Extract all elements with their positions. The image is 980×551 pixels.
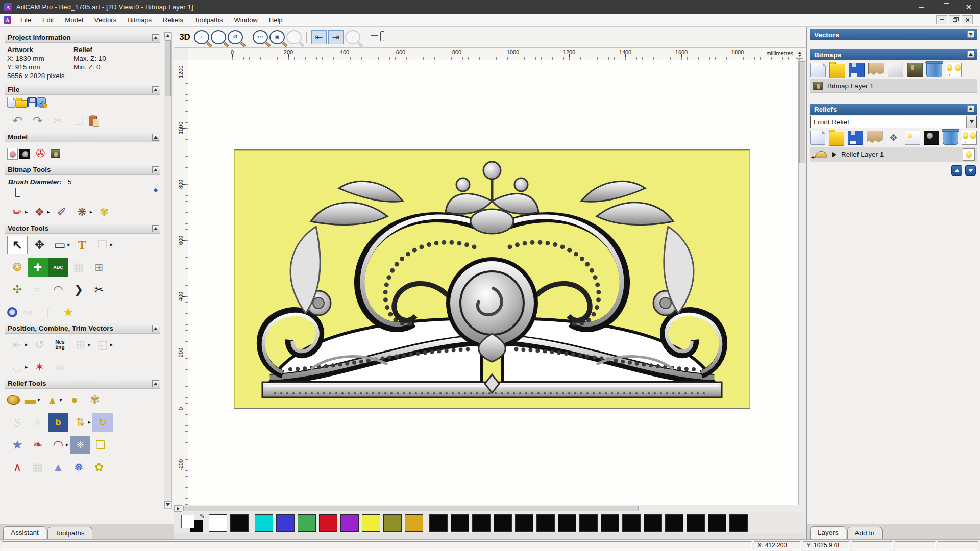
rollup-button[interactable]	[152, 225, 159, 232]
scroll-up-button[interactable]	[164, 32, 172, 39]
invert-relief-button[interactable]: ✾	[85, 391, 105, 409]
view-3d-button[interactable]: 3D	[177, 30, 192, 44]
open-model-button[interactable]	[16, 100, 27, 108]
zoom-slider[interactable]	[370, 30, 385, 44]
model-lighting-button[interactable]: ✇	[30, 144, 51, 163]
tab-add-in[interactable]: Add In	[847, 527, 883, 539]
palette-button[interactable]: ❋	[72, 203, 92, 221]
palette-swatch[interactable]	[579, 514, 598, 532]
colour-picker-button[interactable]: ✐	[52, 203, 72, 221]
restore-button[interactable]	[933, 0, 957, 14]
bitmap-to-layer-button[interactable]	[907, 63, 923, 77]
palette-swatch[interactable]	[494, 514, 512, 532]
child-close-button[interactable]	[962, 15, 973, 24]
rollup-button[interactable]	[152, 34, 159, 41]
set-model-size-button[interactable]	[7, 148, 18, 160]
menu-vectors[interactable]: Vectors	[89, 15, 122, 26]
collapse-button[interactable]	[967, 51, 974, 58]
palette-swatch[interactable]	[644, 514, 662, 532]
primary-secondary-colour-widget[interactable]: ✎	[181, 514, 204, 532]
palette-swatch[interactable]	[729, 514, 748, 532]
menu-help[interactable]: Help	[263, 15, 288, 26]
zoom-previous-button[interactable]: ↺	[228, 30, 243, 44]
create-text-button[interactable]: T	[72, 236, 92, 254]
palette-swatch[interactable]	[665, 514, 683, 532]
slider-handle[interactable]	[15, 188, 20, 197]
palette-swatch[interactable]	[405, 514, 423, 532]
child-restore-button[interactable]	[949, 15, 960, 24]
relief-set-dropdown[interactable]: Front Relief	[810, 116, 977, 128]
preview-relief-layer-button[interactable]	[905, 131, 920, 145]
zoom-1to1-button[interactable]: 1:1	[253, 30, 268, 44]
new-model-button[interactable]	[7, 97, 16, 108]
menu-toolpaths[interactable]: Toolpaths	[189, 15, 229, 26]
rotate-relief-button[interactable]: ↻	[92, 413, 113, 432]
move-layer-up-button[interactable]	[951, 165, 962, 176]
rollup-button[interactable]	[152, 134, 159, 141]
tab-toolpaths[interactable]: Toolpaths	[47, 527, 92, 539]
block-copy-button[interactable]: ⊞	[89, 258, 109, 277]
palette-swatch[interactable]	[451, 514, 469, 532]
expand-button[interactable]	[967, 31, 974, 38]
texture-relief-button[interactable]: b	[48, 413, 68, 432]
create-polyline-button[interactable]: ✣	[7, 281, 28, 299]
menu-reliefs[interactable]: Reliefs	[157, 15, 189, 26]
vectors-section-header[interactable]: Vectors	[810, 29, 977, 40]
brush-diameter-slider[interactable]	[9, 188, 153, 197]
merge-relief-layers-button[interactable]	[867, 131, 882, 145]
create-rectangle-button[interactable]: ▭	[50, 236, 70, 254]
trim-vectors-button[interactable]: ✶	[29, 358, 50, 377]
create-circle-button[interactable]	[7, 307, 17, 317]
toggle-relief-visibility-button[interactable]	[962, 131, 977, 145]
paste-button[interactable]	[89, 116, 97, 126]
palette-swatch[interactable]	[255, 514, 273, 532]
smooth-relief-button[interactable]: ▲	[42, 391, 62, 409]
greyscale-from-image-button[interactable]	[51, 149, 60, 158]
tab-assistant[interactable]: Assistant	[3, 526, 46, 539]
canvas-2d-view[interactable]	[188, 60, 798, 505]
rollup-button[interactable]	[152, 380, 159, 387]
turn-wizard-button[interactable]: ∧	[7, 458, 28, 477]
palette-swatch[interactable]	[536, 514, 555, 532]
nesting-button[interactable]: Nes ting	[50, 336, 70, 354]
bitmap-layer-row[interactable]: Bitmap Layer 1	[810, 79, 977, 93]
invert-model-button[interactable]	[19, 149, 30, 159]
model-options-button[interactable]	[37, 97, 46, 108]
menu-bitmaps[interactable]: Bitmaps	[122, 15, 157, 26]
palette-swatch[interactable]	[230, 514, 249, 532]
create-arc-button[interactable]: ◠	[48, 281, 68, 299]
palette-swatch[interactable]	[622, 514, 641, 532]
texture-dome-button[interactable]: ❅	[68, 458, 89, 477]
ruler-origin-button[interactable]	[174, 48, 188, 60]
zoom-fit-button[interactable]: ▣	[270, 30, 285, 44]
new-relief-layer-button[interactable]	[810, 131, 825, 145]
texture-flood-button[interactable]: ✾	[94, 203, 114, 221]
delete-bitmap-layer-button[interactable]	[926, 63, 942, 77]
vertical-scrollbar[interactable]	[798, 60, 806, 505]
greyscale-from-relief-button[interactable]	[924, 131, 939, 145]
zero-relief-button[interactable]: ▬	[20, 391, 40, 409]
fan-relief-button[interactable]: ✿	[89, 458, 109, 477]
rollup-button[interactable]	[152, 325, 159, 332]
menu-file[interactable]: File	[15, 15, 37, 26]
delete-relief-layer-button[interactable]	[943, 131, 958, 145]
measure-button[interactable]: ❂	[7, 258, 28, 277]
pyramid-button[interactable]: ▲	[48, 458, 68, 477]
assistant-scrollbar[interactable]	[164, 32, 172, 509]
palette-swatch[interactable]	[319, 514, 337, 532]
zoom-out-button[interactable]: −	[211, 30, 226, 44]
palette-swatch[interactable]	[276, 514, 295, 532]
palette-swatch[interactable]	[429, 514, 448, 532]
palette-swatch[interactable]	[472, 514, 491, 532]
paint-button[interactable]: ✏	[7, 203, 28, 221]
blank-bitmap-layer-button[interactable]	[888, 63, 903, 77]
dome-relief-button[interactable]: ●	[64, 391, 85, 409]
undo-button[interactable]: ↶	[7, 112, 28, 130]
dropdown-button[interactable]	[966, 116, 976, 128]
node-editing-button[interactable]: ✚	[28, 258, 48, 277]
menu-window[interactable]: Window	[229, 15, 263, 26]
select-vectors-button[interactable]: ↖	[7, 236, 28, 254]
move-layer-down-button[interactable]	[965, 165, 976, 176]
open-relief-layer-button[interactable]	[829, 132, 844, 146]
save-bitmap-layer-button[interactable]	[849, 63, 865, 77]
